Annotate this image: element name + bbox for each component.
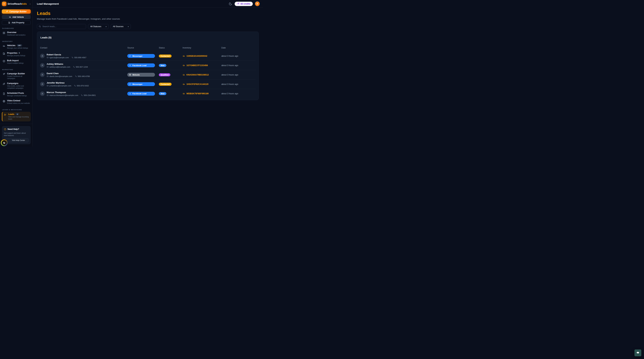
section-label-marketing: MARKETING [2,68,30,70]
lead-email: ashley.w@example.com [50,66,70,68]
lead-date: about 3 hours ago [221,83,256,86]
phone-icon [74,85,76,87]
source-pill-facebook-lead: Facebook Lead [127,92,155,96]
help-text: Get support and learn about new features [4,132,29,136]
lead-phone: 555-890-4567 [74,56,86,58]
globe-icon [2,100,5,104]
inventory-link[interactable]: KNAGN4A79B5108512 [182,74,221,76]
lead-email: j.martinez@example.com [50,85,71,87]
sparkles-icon [2,73,5,80]
mail-icon [46,85,49,87]
messenger-icon [129,55,131,57]
table-row[interactable]: Robert Garcia rgarcia@example.com 555-89… [40,51,256,61]
status-badge: Contacted [159,83,172,86]
table-row[interactable]: David Chen david.chen@example.com 555-34… [40,70,256,80]
person-icon [41,55,44,57]
help-title: Need Help? [8,128,19,130]
person-icon [41,92,44,95]
user-avatar[interactable]: A [255,2,260,6]
properties-count: 0 [19,52,20,54]
source-pill-messenger: Messenger [127,54,155,58]
lead-phone: 555-567-1234 [76,66,88,68]
visit-help-center-button[interactable]: Visit Help Center [4,138,29,142]
search-input[interactable] [37,24,86,29]
sparkles-icon [237,2,240,5]
sidebar-item-campaign-builder[interactable]: Campaign Builder Create Facebook ad camp… [2,72,31,80]
table-row[interactable]: Ashley Williams ashley.w@example.com 555… [40,61,256,70]
lead-date: about 3 hours ago [221,92,256,95]
sidebar-collapse-icon[interactable]: ‹ [30,2,30,5]
sidebar-item-scheduled-posts[interactable]: Scheduled Posts Manage scheduled listing… [2,91,31,98]
source-filter-select[interactable]: All Sources▾ [111,24,131,29]
phone-icon [81,94,83,96]
rocket-icon [2,82,5,89]
page-header-title: Lead Management [37,2,59,5]
sidebar-item-overview[interactable]: Overview Dashboard and analytics [2,30,31,37]
column-header-contact: Contact [40,47,127,49]
globe-icon [129,74,131,76]
sidebar: DriveReachAds ‹ Campaign Builder Add Veh… [0,0,33,146]
sidebar-item-vehicles[interactable]: Vehicles 187 Manage your vehicle listing… [2,44,31,50]
search-field [37,24,86,29]
vehicles-count-badge: 187 [17,44,22,46]
help-circle-icon [4,128,6,130]
brand-logo-icon [2,2,6,6]
facebook-icon [129,92,131,95]
inventory-link[interactable]: 1HGCP2F82CA144120 [182,83,221,86]
car-icon [9,16,11,18]
chevron-down-icon: ▾ [106,26,106,28]
sidebar-item-properties[interactable]: Properties 0 Manage property listings [2,51,31,58]
n-logo-badge[interactable]: N [1,140,8,146]
lead-email: marcus.thompson@example.com [50,94,78,96]
page-title: Leads [37,11,259,16]
lead-phone: 555-876-5432 [77,85,89,87]
campaign-builder-button[interactable]: Campaign Builder [2,10,31,14]
car-icon [182,55,185,57]
status-filter-select[interactable]: All Statuses▾ [88,24,109,29]
status-badge: New [159,92,166,95]
credits-label: 83 credits [241,3,250,5]
building-icon [8,22,10,24]
mail-icon [46,75,49,77]
sidebar-item-leads[interactable]: Leads 2 View and manage incoming leads [2,112,31,122]
sidebar-divider [0,124,32,124]
section-label-dashboard: DASHBOARD [2,27,30,29]
inventory-link[interactable]: WDBSK75F85F095189 [182,92,221,95]
sidebar-item-bulk-import[interactable]: Bulk Import Import multiple listings [2,58,31,65]
page-content: Leads Manage leads from Facebook Lead Ad… [33,8,263,146]
person-icon [41,64,44,66]
avatar [40,63,44,68]
add-vehicle-button[interactable]: Add Vehicle [2,15,31,19]
package-icon [2,60,5,64]
section-label-inventory: INVENTORY [2,40,30,42]
car-icon [182,83,185,86]
inventory-link[interactable]: 1S9SB18144S000042 [182,55,221,57]
lead-email: david.chen@example.com [50,75,72,77]
source-pill-facebook-lead: Facebook Lead [127,64,155,67]
table-row[interactable]: Jennifer Martinez j.martinez@example.com… [40,80,256,89]
inventory-link[interactable]: 1GTG6BE37F1153456 [182,64,221,67]
avatar [40,72,44,77]
phone-icon [73,66,75,68]
section-label-leads-messaging: LEADS & MESSAGING [2,109,30,110]
table-row[interactable]: Marcus Thompson marcus.thompson@example.… [40,89,256,98]
main-area: Lead Management 83 credits A Leads Manag… [33,0,263,146]
sidebar-item-video-embed[interactable]: Video Embed Embed videos on your website [2,99,31,105]
dark-mode-toggle[interactable] [228,2,232,6]
chevron-down-icon: ▾ [128,26,129,28]
column-header-status: Status [159,47,182,49]
column-header-date: Date [221,47,256,49]
car-icon [182,74,185,76]
document-icon [2,92,5,97]
car-icon [2,44,5,49]
sidebar-item-campaigns[interactable]: Campaigns View drafts, active and comple… [2,81,31,90]
column-header-inventory: Inventory [182,47,221,49]
lead-phone: 555-345-6789 [78,75,90,77]
source-pill-messenger: Messenger [127,82,155,86]
leads-card-title: Leads (5) [40,36,256,39]
building-icon [2,52,5,57]
credits-pill[interactable]: 83 credits [234,2,253,6]
car-icon [182,92,185,95]
lead-phone: 555-234-8901 [84,94,96,96]
add-property-button[interactable]: Add Property [2,20,31,25]
